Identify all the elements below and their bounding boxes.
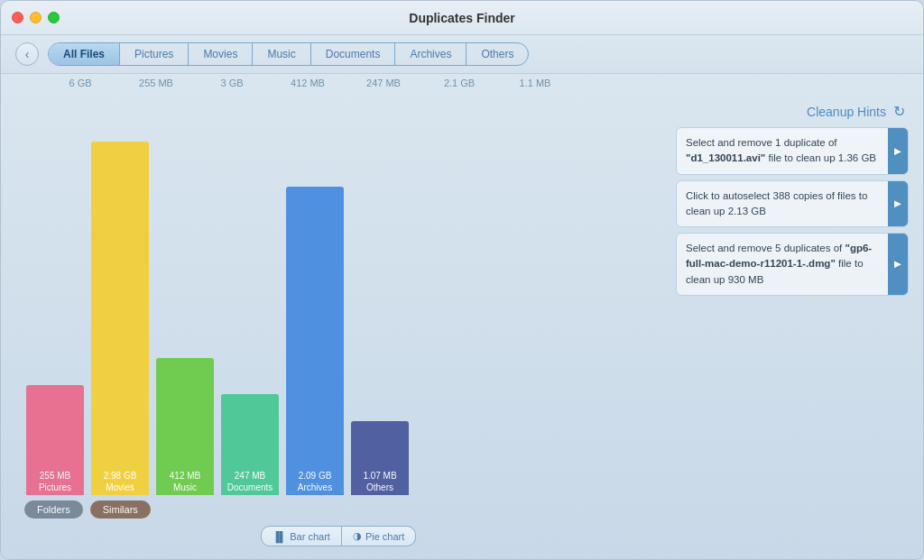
size-label-5: 2.1 GB bbox=[421, 78, 497, 88]
sizes-row: 6 GB255 MB3 GB412 MB247 MB2.1 GB1.1 MB bbox=[42, 74, 923, 90]
main-content: 255 MB Pictures2.98 GB Movies412 MB Musi… bbox=[1, 90, 923, 559]
bar-label-4: 2.09 GB Archives bbox=[286, 466, 344, 495]
bar-label-1: 2.98 GB Movies bbox=[91, 466, 149, 495]
bar-3 bbox=[221, 394, 279, 466]
app-window: Duplicates Finder ‹ All FilesPicturesMov… bbox=[0, 0, 924, 560]
bottom-tabs: Folders Similars bbox=[15, 495, 661, 519]
tab-all-files[interactable]: All Files bbox=[49, 43, 120, 65]
minimize-button[interactable] bbox=[30, 12, 42, 23]
bar-label-3: 247 MB Documents bbox=[221, 466, 279, 495]
tab-pictures[interactable]: Pictures bbox=[120, 43, 189, 65]
bar-chart: 255 MB Pictures2.98 GB Movies412 MB Musi… bbox=[15, 99, 661, 495]
tab-others[interactable]: Others bbox=[467, 43, 528, 65]
pie-chart-button[interactable]: ◑ Pie chart bbox=[342, 526, 416, 546]
pie-chart-icon: ◑ bbox=[353, 530, 362, 542]
window-title: Duplicates Finder bbox=[409, 11, 514, 25]
bar-5 bbox=[351, 421, 409, 466]
tab-group: All FilesPicturesMoviesMusicDocumentsArc… bbox=[48, 42, 529, 66]
bar-label-2: 412 MB Music bbox=[156, 466, 214, 495]
nav-bar: ‹ All FilesPicturesMoviesMusicDocumentsA… bbox=[1, 35, 923, 74]
hint-arrow-0[interactable]: ► bbox=[888, 128, 908, 174]
hint-text-1: Click to autoselect 388 copies of files … bbox=[677, 181, 888, 227]
size-label-2: 3 GB bbox=[194, 78, 270, 88]
tab-documents[interactable]: Documents bbox=[311, 43, 396, 65]
hint-arrow-2[interactable]: ► bbox=[888, 234, 908, 295]
similars-tab[interactable]: Similars bbox=[90, 500, 151, 519]
bar-group-4[interactable]: 2.09 GB Archives bbox=[284, 187, 346, 495]
size-label-1: 255 MB bbox=[118, 78, 194, 88]
chart-area: 255 MB Pictures2.98 GB Movies412 MB Musi… bbox=[15, 99, 661, 550]
chart-type-buttons: ▐▌ Bar chart ◑ Pie chart bbox=[15, 519, 661, 550]
bar-1 bbox=[91, 142, 149, 466]
size-label-3: 412 MB bbox=[270, 78, 346, 88]
bar-4 bbox=[286, 187, 344, 466]
tab-archives[interactable]: Archives bbox=[395, 43, 467, 65]
hints-title: Cleanup Hints bbox=[807, 105, 886, 119]
bar-group-2[interactable]: 412 MB Music bbox=[154, 358, 216, 495]
bar-group-5[interactable]: 1.07 MB Others bbox=[349, 421, 411, 495]
bar-group-1[interactable]: 2.98 GB Movies bbox=[89, 142, 151, 495]
bar-chart-label: Bar chart bbox=[290, 531, 330, 542]
title-bar: Duplicates Finder bbox=[1, 1, 923, 35]
hint-card-2: Select and remove 5 duplicates of "gp6-f… bbox=[676, 233, 909, 296]
tab-movies[interactable]: Movies bbox=[189, 43, 253, 65]
bar-group-0[interactable]: 255 MB Pictures bbox=[24, 385, 86, 495]
hint-card-0: Select and remove 1 duplicate of "d1_130… bbox=[676, 127, 909, 175]
bar-2 bbox=[156, 358, 214, 466]
hint-card-1: Click to autoselect 388 copies of files … bbox=[676, 180, 909, 228]
hint-text-2: Select and remove 5 duplicates of "gp6-f… bbox=[677, 234, 888, 295]
traffic-lights bbox=[12, 12, 60, 23]
bar-label-0: 255 MB Pictures bbox=[26, 466, 84, 495]
hint-arrow-1[interactable]: ► bbox=[888, 181, 908, 227]
refresh-icon[interactable]: ↻ bbox=[893, 103, 905, 120]
bar-label-5: 1.07 MB Others bbox=[351, 466, 409, 495]
hints-panel: Cleanup Hints ↻ Select and remove 1 dupl… bbox=[676, 99, 909, 550]
bar-chart-button[interactable]: ▐▌ Bar chart bbox=[261, 526, 342, 546]
pie-chart-label: Pie chart bbox=[365, 531, 404, 542]
hint-text-0: Select and remove 1 duplicate of "d1_130… bbox=[677, 128, 888, 174]
size-label-4: 247 MB bbox=[346, 78, 421, 88]
bar-chart-icon: ▐▌ bbox=[273, 531, 287, 542]
close-button[interactable] bbox=[12, 12, 23, 23]
folders-tab[interactable]: Folders bbox=[24, 500, 83, 519]
back-button[interactable]: ‹ bbox=[15, 42, 39, 66]
size-label-0: 6 GB bbox=[42, 78, 118, 88]
size-label-6: 1.1 MB bbox=[497, 78, 573, 88]
tab-music[interactable]: Music bbox=[253, 43, 310, 65]
maximize-button[interactable] bbox=[48, 12, 60, 23]
hints-header: Cleanup Hints ↻ bbox=[676, 99, 909, 127]
bar-0 bbox=[26, 385, 84, 466]
bar-group-3[interactable]: 247 MB Documents bbox=[219, 394, 281, 495]
